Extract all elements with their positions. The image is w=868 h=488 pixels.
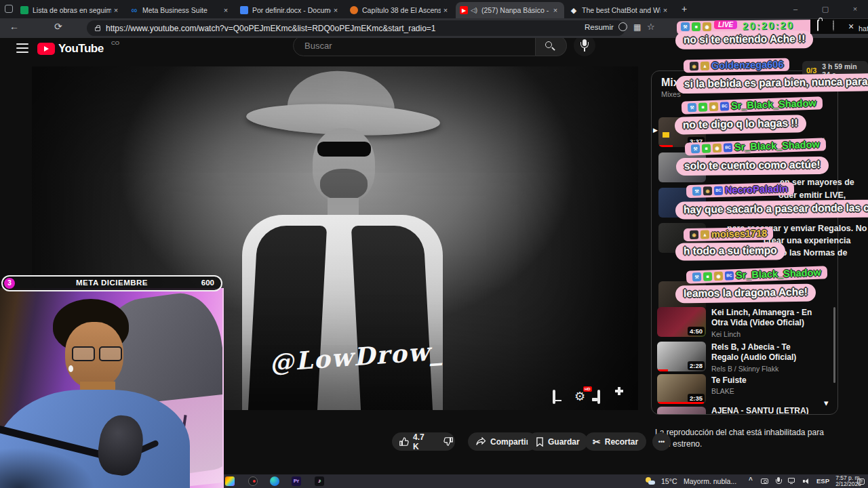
watch-progress [657,369,668,371]
tab-title: Lista de obras en seguimiento - H [33,6,111,14]
tab-close-icon[interactable]: × [221,6,231,14]
davinci-resolve-icon[interactable] [225,476,235,486]
youtube-country-code: CO [111,40,119,46]
tab-close-icon[interactable]: × [331,6,340,14]
save-label: Guardar [548,437,580,447]
meta-favicon: ∞ [130,6,138,14]
tab-close-icon[interactable]: × [551,6,560,14]
back-icon[interactable]: ← [9,21,19,32]
premiere-pro-icon[interactable]: Pr [292,476,301,486]
bookmark-star-icon[interactable]: ☆ [647,22,655,32]
tab-chatbot[interactable]: ◆ The best ChatBot and Widgets fo × [566,2,674,18]
hidden-icons-chevron[interactable]: ^ [749,476,753,484]
tray-display-icon[interactable] [788,478,795,483]
username-text: Sr_Black_Shadow [736,267,821,281]
tab-youtube-active[interactable]: ▶ ◁) (257) Nanpa Básico - Oro Po × [456,2,564,18]
subtitles-icon[interactable] [553,391,555,403]
widget-refresh-icon[interactable] [833,20,834,30]
tab-novel[interactable]: Capítulo 38 de El Ascenso del Te × [346,2,454,18]
widget-close-icon[interactable]: × [848,21,854,32]
widget-badge-icon: ■ [692,22,701,31]
video-channel[interactable]: Rels B / Skinny Flakk [711,365,778,373]
chat-message: hay que sacarlo a pasear donde las cari [675,199,868,219]
username-text: Sr_Black_Shadow [734,139,820,152]
glasses-left-lens [72,346,95,361]
chat-message: solo te cuento como actúe! [676,157,829,176]
video-title[interactable]: Rels B, J Abecia - Te Regalo (Audio Ofic… [711,342,820,363]
video-channel[interactable]: BLAKE [711,387,734,395]
tab-close-icon[interactable]: × [660,6,670,14]
new-tab-button[interactable]: + [678,3,690,16]
edge-browser-icon[interactable] [270,476,279,486]
video-title[interactable]: Te Fuiste [711,375,820,386]
extensions-grid-icon[interactable]: ▦ [633,22,641,32]
video-title[interactable]: AJENA - SANTU (LETRA) [711,406,827,415]
hamburger-menu-icon[interactable] [16,43,28,53]
search-input[interactable] [303,40,526,52]
duration-badge: 2:28 [688,361,705,370]
settings-gear-icon[interactable]: ⚙HD [574,389,585,404]
user-badge-icon: ◉ [703,186,712,195]
youtube-logo-icon[interactable] [37,43,55,55]
user-badge-icon: ◉ [709,102,718,110]
clip-button[interactable]: ✂ Recortar [585,432,646,451]
notification-center-icon[interactable] [857,479,865,485]
tiktok-icon[interactable]: ♪ [315,476,324,486]
tab-sheets[interactable]: Lista de obras en seguimiento - H × [16,2,125,18]
duration-badge: 4:50 [688,327,705,336]
url-text[interactable]: https://www.youtube.com/watch?v=Q0oPEJmE… [106,24,436,33]
collapse-chevron-icon[interactable]: ▾ [824,398,829,408]
screen: Lista de obras en seguimiento - H × ∞ Me… [0,0,868,488]
share-button[interactable]: Compartir [468,432,537,451]
tray-snip-icon[interactable] [761,479,768,484]
video-thumbnail[interactable] [657,407,706,415]
miniplayer-icon[interactable] [597,391,600,403]
window-close-button[interactable]: × [845,1,865,16]
keyboard-language[interactable]: ESP [816,477,829,485]
tab-close-icon[interactable]: × [441,6,450,14]
save-button[interactable]: Guardar [528,432,588,451]
camera-app-icon[interactable] [248,476,258,486]
ai-summary-icon[interactable] [618,22,627,31]
reload-icon[interactable]: ⟳ [54,21,62,32]
window-minimize-button[interactable]: – [785,1,806,16]
clip-label: Recortar [605,437,638,447]
youtube-logo-text[interactable]: YouTube [58,42,104,56]
tab-docs[interactable]: Por definir.docx - Documentos de × [236,2,344,18]
video-thumbnail[interactable]: 2:35 [657,374,706,404]
hd-quality-badge: HD [583,386,592,392]
video-thumbnail[interactable]: 2:28 [657,342,706,371]
tab-title: The best ChatBot and Widgets fo [582,6,660,14]
resumir-button[interactable]: Resumir [585,23,614,31]
user-badge-icon: ⚒ [692,186,701,195]
tab-title: Por definir.docx - Documentos de [252,6,331,14]
search-icon [545,41,552,48]
tray-speaker-icon[interactable] [803,478,810,484]
thumbs-up-icon[interactable] [399,436,409,447]
weather-cloud-icon[interactable] [648,481,655,485]
video-title[interactable]: Kei Linch, Almanegra - En Otra Vida (Vid… [711,308,820,328]
more-actions-button[interactable]: ••• [652,432,671,451]
like-count[interactable]: 4.7 K [413,432,425,451]
weather-temp[interactable]: 15°C [661,477,677,485]
counter-value: 0/3 [806,66,816,75]
tab-meta-business[interactable]: ∞ Meta Business Suite × [126,2,235,18]
tab-title: Capítulo 38 de El Ascenso del Te [362,6,441,14]
weather-desc[interactable]: Mayorm. nubla... [684,477,736,485]
search-button[interactable] [536,35,567,56]
tray-mic-icon[interactable] [777,477,780,482]
widget-lock-icon[interactable] [817,20,818,30]
tab-search-icon[interactable] [5,5,13,13]
search-box[interactable] [293,35,536,56]
address-bar[interactable]: https://www.youtube.com/watch?v=Q0oPEJmE… [87,20,625,36]
video-channel[interactable]: Kei Linch [711,330,741,338]
thumbs-down-icon[interactable] [443,436,454,447]
scrollbar[interactable] [833,307,835,383]
user-badge-icon: ⚒ [688,102,696,111]
chat-username: ◉ ▲ moises1718 [684,227,774,241]
watch-progress [658,145,673,147]
video-thumbnail[interactable]: 4:50 [657,307,706,337]
tab-close-icon[interactable]: × [111,6,121,14]
goal-progress-bar: 3 META DICIEMBRE 600 [1,275,222,291]
window-maximize-button[interactable]: ▢ [815,1,835,16]
